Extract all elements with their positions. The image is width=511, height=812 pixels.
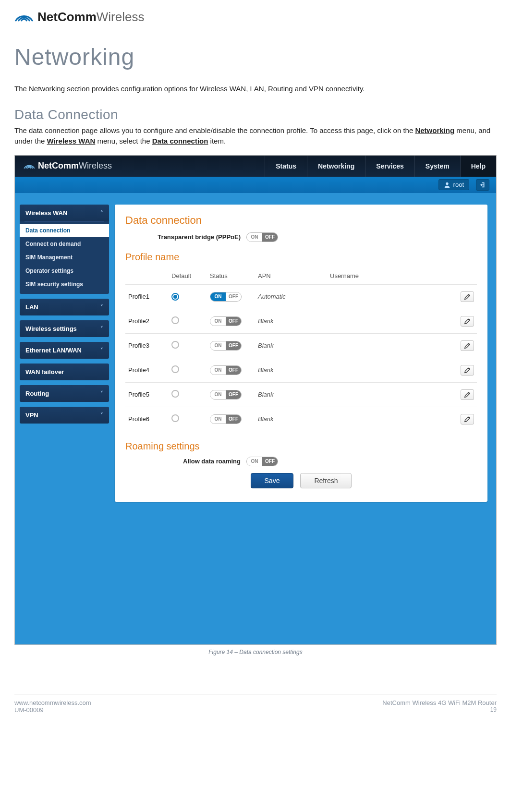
col-apn: APN	[255, 267, 327, 285]
footer-docid: UM-00009	[14, 706, 91, 714]
table-row: Profile5ONOFFBlank	[125, 382, 477, 407]
edit-button[interactable]	[461, 316, 474, 327]
wifi-logo-icon	[24, 162, 35, 170]
panel-title: Data connection	[125, 214, 477, 227]
status-toggle[interactable]: ONOFF	[210, 341, 242, 351]
profile-name: Profile1	[125, 284, 169, 309]
sidebar-item-connect-on-demand[interactable]: Connect on demand	[20, 237, 109, 251]
default-radio[interactable]	[171, 365, 179, 373]
username-label: root	[453, 181, 464, 188]
chevron-down-icon: ˅	[100, 347, 103, 353]
screenshot-frame: NetCommWireless Status Networking Servic…	[14, 155, 497, 645]
logout-icon	[479, 182, 486, 188]
profile-heading: Profile name	[125, 252, 477, 263]
sidebar-group-wireless-wan[interactable]: Wireless WAN˄	[20, 205, 109, 221]
sidebar-group-routing[interactable]: Routing˅	[20, 385, 109, 402]
status-toggle[interactable]: ONOFF	[210, 365, 242, 375]
section-heading: Data Connection	[14, 107, 497, 122]
save-button[interactable]: Save	[251, 473, 294, 488]
default-radio[interactable]	[171, 293, 179, 301]
table-row: Profile3ONOFFBlank	[125, 333, 477, 358]
default-radio[interactable]	[171, 316, 179, 324]
status-toggle[interactable]: ONOFF	[210, 414, 242, 424]
section-paragraph: The data connection page allows you to c…	[14, 125, 497, 146]
sidebar-group-wireless-settings[interactable]: Wireless settings˅	[20, 320, 109, 337]
figure-caption: Figure 14 – Data connection settings	[14, 649, 497, 655]
col-status: Status	[207, 267, 255, 285]
doc-logo: NetCommWireless	[14, 10, 497, 24]
nav-help[interactable]: Help	[460, 156, 496, 177]
table-row: Profile2ONOFFBlank	[125, 309, 477, 333]
pencil-icon	[464, 391, 471, 398]
edit-button[interactable]	[461, 340, 474, 351]
pencil-icon	[464, 293, 471, 300]
edit-button[interactable]	[461, 365, 474, 376]
username-cell	[327, 358, 458, 382]
username-cell	[327, 407, 458, 431]
sidebar-item-sim-management[interactable]: SIM Management	[20, 251, 109, 264]
sidebar-group-lan[interactable]: LAN˅	[20, 299, 109, 315]
pencil-icon	[464, 342, 471, 349]
roaming-heading: Roaming settings	[125, 441, 477, 452]
default-radio[interactable]	[171, 390, 179, 398]
profile-name: Profile4	[125, 358, 169, 382]
nav-system[interactable]: System	[414, 156, 460, 177]
logout-button[interactable]	[476, 179, 489, 191]
username-cell	[327, 382, 458, 407]
table-row: Profile1ONOFFAutomatic	[125, 284, 477, 309]
nav-services[interactable]: Services	[365, 156, 414, 177]
sidebar: Wireless WAN˄ Data connection Connect on…	[20, 205, 109, 428]
bridge-label: Transparent bridge (PPPoE)	[125, 233, 241, 241]
refresh-button[interactable]: Refresh	[300, 473, 352, 488]
user-menu[interactable]: root	[438, 179, 469, 190]
default-radio[interactable]	[171, 341, 179, 349]
table-row: Profile6ONOFFBlank	[125, 407, 477, 431]
page-number: 19	[382, 706, 497, 713]
pencil-icon	[464, 367, 471, 374]
profile-name: Profile2	[125, 309, 169, 333]
default-radio[interactable]	[171, 414, 179, 422]
page-title: Networking	[14, 44, 497, 70]
edit-button[interactable]	[461, 291, 474, 302]
roaming-toggle[interactable]: ONOFF	[246, 457, 278, 466]
profile-name: Profile5	[125, 382, 169, 407]
apn-cell: Blank	[255, 309, 327, 333]
doc-logo-text: NetCommWireless	[37, 10, 144, 24]
pencil-icon	[464, 318, 471, 325]
username-cell	[327, 284, 458, 309]
chevron-down-icon: ˅	[100, 390, 103, 397]
chevron-down-icon: ˅	[100, 412, 103, 418]
nav-status[interactable]: Status	[265, 156, 307, 177]
nav-networking[interactable]: Networking	[307, 156, 365, 177]
svg-point-0	[446, 182, 448, 184]
sidebar-group-vpn[interactable]: VPN˅	[20, 407, 109, 424]
status-toggle[interactable]: ONOFF	[210, 316, 242, 326]
col-default: Default	[169, 267, 207, 285]
roaming-label: Allow data roaming	[125, 458, 241, 465]
table-row: Profile4ONOFFBlank	[125, 358, 477, 382]
page-footer: www.netcommwireless.com UM-00009 NetComm…	[14, 694, 497, 714]
apn-cell: Blank	[255, 382, 327, 407]
sidebar-group-wan-failover[interactable]: WAN failover	[20, 364, 109, 380]
apn-cell: Automatic	[255, 284, 327, 309]
pencil-icon	[464, 416, 471, 423]
bridge-toggle[interactable]: ONOFF	[246, 232, 278, 242]
apn-cell: Blank	[255, 407, 327, 431]
chevron-down-icon: ˅	[100, 326, 103, 332]
profile-name: Profile6	[125, 407, 169, 431]
edit-button[interactable]	[461, 389, 474, 400]
sidebar-item-operator-settings[interactable]: Operator settings	[20, 264, 109, 278]
apn-cell: Blank	[255, 358, 327, 382]
sidebar-group-ethernet[interactable]: Ethernet LAN/WAN˅	[20, 342, 109, 359]
status-toggle[interactable]: ONOFF	[210, 390, 242, 400]
profiles-table: Default Status APN Username Profile1ONOF…	[125, 267, 477, 431]
wifi-logo-icon	[14, 10, 34, 24]
footer-product: NetComm Wireless 4G WiFi M2M Router	[382, 699, 497, 706]
sidebar-item-data-connection[interactable]: Data connection	[20, 224, 109, 237]
edit-button[interactable]	[461, 414, 474, 424]
sidebar-item-sim-security[interactable]: SIM security settings	[20, 278, 109, 291]
intro-paragraph: The Networking section provides configur…	[14, 84, 497, 94]
status-toggle[interactable]: ONOFF	[210, 292, 242, 302]
app-logo: NetCommWireless	[15, 156, 121, 177]
sidebar-submenu-wireless-wan: Data connection Connect on demand SIM Ma…	[20, 221, 109, 294]
